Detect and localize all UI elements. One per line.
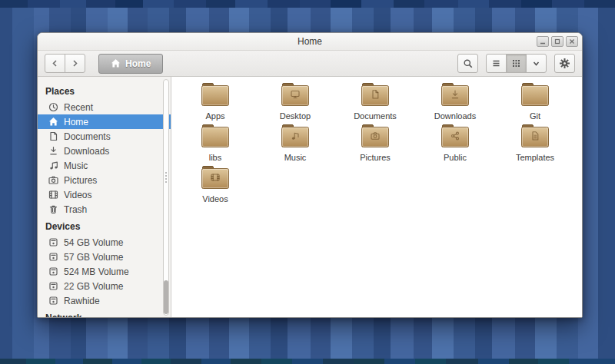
sidebar-item-music[interactable]: Music — [38, 158, 171, 173]
folder-label: Public — [444, 153, 467, 162]
folder-label: libs — [209, 153, 222, 162]
sidebar-item-22-gb-volume[interactable]: 22 GB Volume — [38, 279, 171, 293]
grid-view-icon — [511, 58, 521, 68]
search-button[interactable] — [457, 54, 478, 73]
sidebar-item-pictures[interactable]: Pictures — [38, 173, 171, 187]
sidebar-item-label: Videos — [64, 190, 91, 200]
window-title: Home — [298, 36, 322, 47]
sidebar-item-label: 22 GB Volume — [64, 281, 123, 292]
sidebar-section: Places Recent Home Documents Downloads M… — [38, 81, 171, 217]
music-icon — [48, 160, 58, 170]
sidebar-section-header: Places — [38, 81, 171, 100]
file-manager-window: Home Home — [37, 32, 583, 318]
minimize-button[interactable] — [537, 36, 549, 47]
sidebar-item-trash[interactable]: Trash — [38, 202, 171, 217]
folder-label: Apps — [205, 111, 224, 121]
folder-icon — [201, 83, 230, 110]
folder-item-pictures[interactable]: Pictures — [335, 124, 415, 166]
sidebar-item-57-gb-volume[interactable]: 57 GB Volume — [38, 250, 171, 264]
chevron-right-icon — [70, 58, 80, 68]
titlebar[interactable]: Home — [38, 33, 582, 51]
chevron-down-icon — [531, 58, 541, 68]
folder-icon — [361, 124, 390, 151]
grid-view-button[interactable] — [506, 54, 527, 73]
home-icon — [111, 58, 121, 68]
toolbar: Home — [38, 51, 582, 77]
drive-icon — [48, 296, 58, 306]
sidebar-item-downloads[interactable]: Downloads — [38, 144, 171, 158]
folder-item-libs[interactable]: libs — [175, 124, 255, 166]
sidebar-item-home[interactable]: Home — [38, 114, 171, 129]
sidebar-item-524-mb-volume[interactable]: 524 MB Volume — [38, 264, 171, 279]
folder-item-templates[interactable]: Templates — [495, 124, 575, 166]
window-content: Places Recent Home Documents Downloads M… — [38, 77, 582, 317]
sidebar-item-rawhide[interactable]: Rawhide — [38, 293, 171, 308]
sidebar-item-label: Home — [64, 117, 88, 127]
window-controls — [537, 36, 578, 47]
list-view-icon — [491, 58, 501, 68]
maximize-icon — [554, 38, 560, 45]
sidebar-section-header: Network — [38, 308, 171, 317]
sidebar-scrollbar[interactable] — [163, 79, 169, 316]
folder-item-desktop[interactable]: Desktop — [255, 83, 335, 124]
file-icon-view[interactable]: Apps Desktop Documents — [171, 77, 582, 317]
trash-icon — [48, 204, 58, 214]
folder-icon — [440, 83, 470, 110]
maximize-button[interactable] — [551, 36, 563, 47]
folder-item-downloads[interactable]: Downloads — [415, 83, 495, 124]
folder-item-git[interactable]: Git — [495, 83, 575, 124]
folder-icon — [201, 124, 230, 151]
settings-button[interactable] — [554, 54, 575, 73]
folder-icon — [281, 83, 310, 110]
sidebar-item-label: Pictures — [64, 175, 97, 186]
folder-icon — [520, 124, 550, 151]
folder-item-videos[interactable]: Videos — [175, 166, 255, 207]
folder-label: Music — [284, 153, 307, 162]
sidebar-item-54-gb-volume[interactable]: 54 GB Volume — [38, 235, 171, 250]
drive-icon — [48, 252, 58, 262]
sidebar-item-recent[interactable]: Recent — [38, 100, 171, 114]
folder-label: Pictures — [360, 153, 391, 162]
sidebar-section: Devices 54 GB Volume 57 GB Volume 524 MB… — [38, 217, 171, 308]
sidebar-item-label: 57 GB Volume — [64, 252, 123, 263]
sidebar-item-videos[interactable]: Videos — [38, 187, 171, 202]
sidebar-item-label: Documents — [64, 131, 111, 142]
list-view-button[interactable] — [486, 54, 507, 73]
sidebar-item-label: 524 MB Volume — [64, 266, 129, 277]
drive-icon — [48, 281, 58, 291]
chevron-left-icon — [50, 58, 60, 68]
folder-item-apps[interactable]: Apps — [175, 83, 255, 124]
back-button[interactable] — [45, 54, 65, 73]
close-button[interactable] — [566, 36, 578, 47]
folder-icon — [440, 124, 470, 151]
sidebar-item-documents[interactable]: Documents — [38, 129, 171, 144]
sidebar-item-label: Music — [64, 160, 88, 171]
location-label: Home — [125, 58, 151, 69]
sidebar-item-label: Downloads — [64, 146, 109, 157]
location-home-button[interactable]: Home — [98, 54, 163, 74]
folder-item-music[interactable]: Music — [255, 124, 335, 166]
folder-label: Videos — [202, 194, 228, 204]
sidebar-item-label: Rawhide — [64, 296, 100, 306]
folder-icon — [520, 83, 550, 110]
folder-label: Documents — [354, 111, 397, 121]
folder-label: Desktop — [280, 111, 311, 121]
sidebar-section-header: Devices — [38, 217, 171, 235]
sidebar-item-label: Trash — [64, 204, 87, 215]
folder-item-public[interactable]: Public — [415, 124, 495, 166]
sidebar-scrollbar-thumb[interactable] — [164, 280, 168, 314]
clock-icon — [48, 102, 58, 112]
minimize-icon — [540, 38, 546, 45]
sidebar: Places Recent Home Documents Downloads M… — [38, 77, 171, 317]
view-switcher — [486, 54, 547, 73]
view-options-button[interactable] — [526, 54, 547, 73]
document-icon — [48, 131, 58, 141]
film-icon — [48, 190, 58, 200]
sidebar-item-label: Recent — [64, 102, 93, 113]
folder-label: Downloads — [434, 111, 476, 121]
forward-button[interactable] — [65, 54, 85, 73]
drive-icon — [48, 237, 58, 247]
folder-item-documents[interactable]: Documents — [335, 83, 415, 124]
sidebar-section: Network — [38, 308, 171, 317]
home-icon — [48, 117, 58, 127]
